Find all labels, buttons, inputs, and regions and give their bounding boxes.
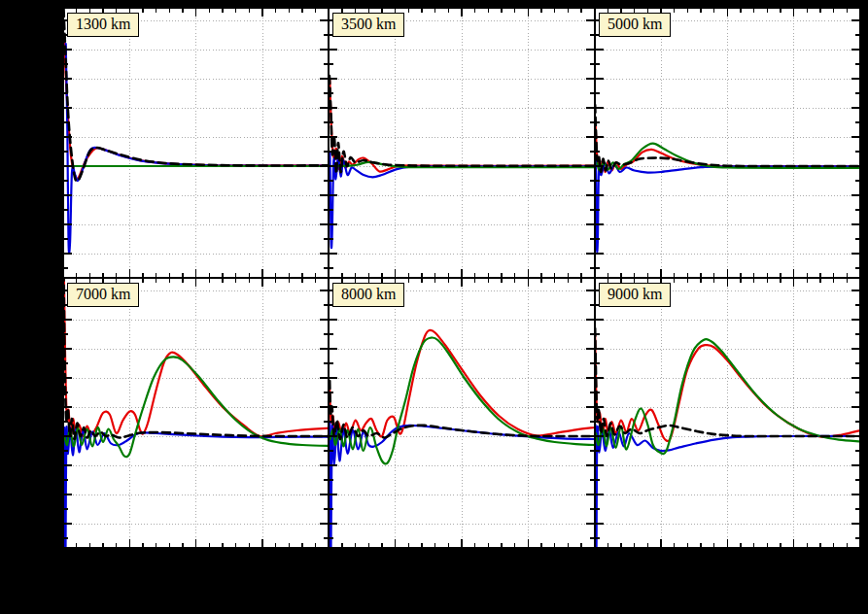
panel-label-1300km: 1300 km [67,13,139,37]
panel-label-8000km: 8000 km [332,283,404,307]
panel-label-9000km: 9000 km [599,283,671,307]
figure: 1300 km 3500 km 5000 km 7000 km 8000 km … [0,0,868,614]
panel-label-3500km: 3500 km [332,13,404,37]
panel-label-7000km: 7000 km [67,283,139,307]
panel-label-5000km: 5000 km [599,13,671,37]
